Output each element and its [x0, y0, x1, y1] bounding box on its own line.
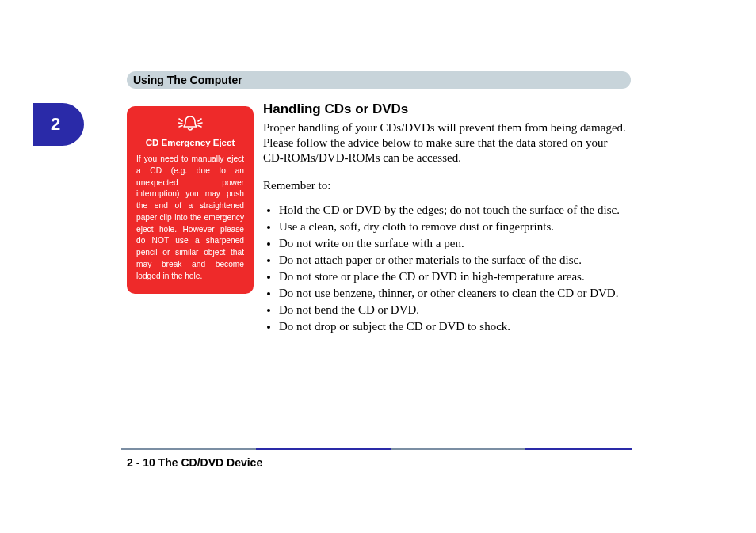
svg-line-5 [198, 126, 201, 128]
list-item: Do not write on the surface with a pen. [279, 235, 631, 252]
warning-title: CD Emergency Eject [136, 138, 244, 147]
main-heading: Handling CDs or DVDs [263, 101, 631, 117]
svg-line-0 [179, 119, 182, 121]
bullet-list: Hold the CD or DVD by the edges; do not … [263, 202, 631, 335]
remember-label: Remember to: [263, 179, 631, 192]
list-item: Use a clean, soft, dry cloth to remove d… [279, 219, 631, 235]
svg-line-3 [198, 119, 201, 121]
list-item: Do not use benzene, thinner, or other cl… [279, 285, 631, 302]
section-header-title: Using The Computer [133, 74, 242, 86]
warning-box: CD Emergency Eject If you need to manual… [127, 106, 254, 294]
alarm-bell-icon [177, 114, 204, 133]
svg-line-4 [198, 123, 202, 124]
chapter-tab: 2 [33, 103, 84, 146]
list-item: Do not attach paper or other materials t… [279, 252, 631, 268]
list-item: Do not drop or subject the CD or DVD to … [279, 318, 631, 335]
main-content: Handling CDs or DVDs Proper handling of … [263, 101, 631, 335]
footer-rule [121, 448, 632, 451]
warning-body: If you need to manually eject a CD (e.g.… [136, 154, 244, 283]
list-item: Hold the CD or DVD by the edges; do not … [279, 202, 631, 219]
list-item: Do not bend the CD or DVD. [279, 302, 631, 318]
intro-paragraph: Proper handling of your CDs/DVDs will pr… [263, 120, 631, 166]
chapter-number: 2 [51, 114, 60, 135]
footer-page-label: 2 - 10 The CD/DVD Device [127, 456, 262, 469]
section-header-bar: Using The Computer [127, 71, 631, 89]
svg-line-2 [179, 126, 182, 128]
list-item: Do not store or place the CD or DVD in h… [279, 268, 631, 285]
svg-line-1 [178, 123, 182, 124]
